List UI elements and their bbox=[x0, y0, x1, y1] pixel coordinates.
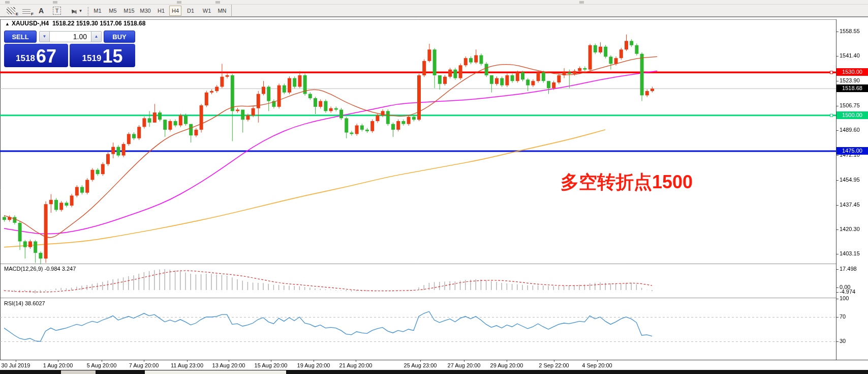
date-axis-label: 27 Aug 20:00 bbox=[448, 362, 481, 368]
ohlc-values: 1518.22 1519.30 1517.06 1518.68 bbox=[52, 20, 146, 27]
text-t-glyph: T bbox=[53, 7, 61, 15]
text-a-glyph: A bbox=[39, 7, 44, 15]
top-cutoff-strip bbox=[0, 0, 868, 5]
chart-title: ▲XAUUSD-,H4 1518.22 1519.30 1517.06 1518… bbox=[5, 20, 145, 27]
buy-price-panel[interactable]: 1519 15 bbox=[70, 44, 135, 67]
date-axis-label: 5 Aug 20:00 bbox=[87, 362, 117, 368]
rsi-axis-label: 100 bbox=[840, 295, 849, 301]
channel-letter: E bbox=[16, 12, 18, 16]
date-axis-label: 15 Aug 20:00 bbox=[255, 362, 288, 368]
one-click-trade-panel: SELL ▼ 1.00 ▲ BUY 1518 67 1519 15 bbox=[4, 31, 135, 67]
date-axis-label: 30 Jul 2019 bbox=[2, 362, 30, 368]
price-axis-label: 1523.90 bbox=[840, 77, 860, 83]
toolbar: E F A T ▾ M1M5M15M30H1H4D1W1MN bbox=[0, 5, 868, 17]
price-tag-1530.00: 1530.00 bbox=[836, 68, 868, 76]
timeframe-button-h4[interactable]: H4 bbox=[169, 6, 181, 16]
price-axis-label: 1541.40 bbox=[840, 52, 860, 59]
price-axis-label: 1506.75 bbox=[840, 102, 860, 108]
bottom-strip-segment bbox=[145, 370, 286, 374]
buy-price-small: 1519 bbox=[82, 53, 102, 64]
top-strip-mark bbox=[53, 1, 57, 4]
timeframe-button-d1[interactable]: D1 bbox=[184, 6, 197, 16]
timeframe-button-mn[interactable]: MN bbox=[216, 6, 228, 16]
date-axis-label: 13 Aug 20:00 bbox=[212, 362, 245, 368]
price-axis-label: 1454.95 bbox=[840, 177, 860, 183]
date-axis-label: 29 Aug 20:00 bbox=[490, 362, 523, 368]
timeframe-button-h1[interactable]: H1 bbox=[155, 6, 167, 16]
volume-decrease-button[interactable]: ▼ bbox=[39, 31, 50, 42]
symbol-period-label: XAUUSD-,H4 bbox=[12, 20, 49, 27]
macd-axis-label: -4.974 bbox=[840, 289, 855, 295]
buy-price-big: 15 bbox=[102, 47, 122, 66]
text-label-icon[interactable]: T bbox=[51, 6, 63, 16]
timeframe-button-m15[interactable]: M15 bbox=[122, 6, 136, 16]
timeframe-button-w1[interactable]: W1 bbox=[201, 6, 213, 16]
sell-button[interactable]: SELL bbox=[4, 31, 37, 43]
price-axis-label: 1420.30 bbox=[840, 226, 860, 232]
chevron-down-icon: ▾ bbox=[79, 8, 82, 13]
top-strip-mark bbox=[5, 1, 10, 4]
buy-button[interactable]: BUY bbox=[104, 31, 135, 43]
date-axis-label: 25 Aug 23:00 bbox=[404, 362, 437, 368]
date-axis-label: 1 Aug 20:00 bbox=[43, 362, 73, 368]
rsi-label: RSI(14) 38.6027 bbox=[4, 300, 45, 306]
price-tag-1475.00: 1475.00 bbox=[836, 147, 868, 155]
top-strip-mark bbox=[215, 1, 220, 4]
sell-price-small: 1518 bbox=[16, 53, 35, 64]
date-axis-label: 2 Sep 22:00 bbox=[539, 362, 569, 368]
hatch-glyph bbox=[7, 7, 15, 14]
timeframe-button-m5[interactable]: M5 bbox=[107, 6, 119, 16]
toolbar-grip bbox=[87, 6, 89, 15]
sell-price-big: 67 bbox=[36, 47, 56, 66]
macd-label: MACD(12,26,9) -0.984 3.247 bbox=[4, 266, 76, 272]
price-tag-1518.68: 1518.68 bbox=[836, 84, 868, 92]
chart-window: ▲XAUUSD-,H4 1518.22 1519.30 1517.06 1518… bbox=[0, 17, 868, 374]
volume-increase-button[interactable]: ▲ bbox=[91, 31, 102, 42]
top-strip-mark bbox=[579, 1, 584, 4]
price-axis-label: 1437.45 bbox=[840, 202, 860, 208]
price-axis-label: 1403.15 bbox=[840, 250, 860, 256]
text-tool-icon[interactable]: A bbox=[37, 6, 46, 16]
macd-axis-label: 17.498 bbox=[840, 266, 857, 272]
date-axis-label: 7 Aug 20:00 bbox=[129, 362, 159, 368]
date-axis-label: 21 Aug 20:00 bbox=[339, 362, 373, 368]
arrows-tool-icon[interactable]: ▾ bbox=[68, 6, 84, 16]
price-axis-label: 1489.60 bbox=[840, 127, 860, 133]
price-tag-1500.00: 1500.00 bbox=[836, 111, 868, 119]
rsi-axis-label: 30 bbox=[840, 338, 846, 344]
date-axis-label: 4 Sep 20:00 bbox=[582, 362, 612, 368]
fibo-letter: F bbox=[31, 12, 34, 16]
top-strip-mark bbox=[177, 1, 181, 4]
fibonacci-icon[interactable]: F bbox=[20, 6, 33, 16]
equidistant-channel-icon[interactable]: E bbox=[4, 6, 17, 16]
timeframe-button-m30[interactable]: M30 bbox=[138, 6, 152, 16]
chart-canvas[interactable] bbox=[0, 17, 868, 374]
chart-annotation-text: 多空转折点1500 bbox=[561, 170, 693, 195]
panel-collapse-arrow[interactable]: ▲ bbox=[5, 21, 10, 26]
volume-input[interactable]: 1.00 bbox=[50, 31, 91, 42]
bottom-window-strip bbox=[0, 370, 868, 374]
rsi-axis-label: 70 bbox=[840, 313, 846, 320]
bottom-strip-segment bbox=[61, 370, 96, 374]
toolbar-divider bbox=[231, 5, 232, 17]
date-axis-label: 11 Aug 23:00 bbox=[171, 362, 203, 368]
fibo-glyph bbox=[22, 8, 30, 14]
timeframe-button-m1[interactable]: M1 bbox=[91, 6, 104, 16]
date-axis-label: 19 Aug 20:00 bbox=[297, 362, 330, 368]
sell-price-panel[interactable]: 1518 67 bbox=[4, 44, 68, 67]
price-axis-label: 1558.55 bbox=[840, 28, 860, 34]
